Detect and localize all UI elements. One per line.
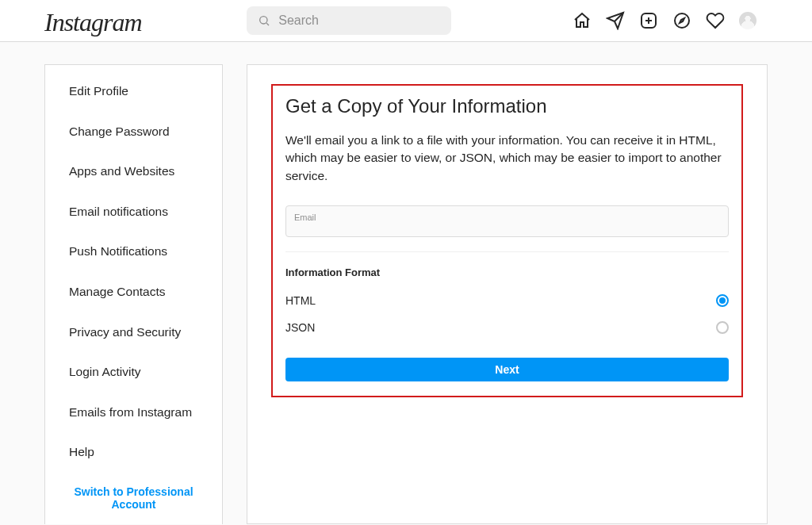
radio-json[interactable] [716, 321, 729, 334]
top-navbar: Instagram [0, 0, 812, 42]
email-input[interactable]: Email [285, 205, 729, 237]
svg-point-0 [260, 17, 267, 24]
search-icon [258, 14, 270, 27]
profile-avatar[interactable] [739, 12, 756, 29]
format-option-html[interactable]: HTML [285, 289, 729, 312]
format-option-json[interactable]: JSON [285, 316, 729, 339]
format-option-json-label: JSON [285, 321, 315, 334]
download-data-section: Get a Copy of Your Information We'll ema… [271, 84, 743, 397]
sidebar-item-login-activity[interactable]: Login Activity [45, 352, 222, 393]
svg-line-1 [266, 23, 269, 25]
page-description: We'll email you a link to a file with yo… [285, 132, 729, 185]
sidebar-item-manage-contacts[interactable]: Manage Contacts [45, 272, 222, 312]
home-icon[interactable] [573, 11, 592, 30]
divider [285, 251, 729, 252]
radio-html[interactable] [716, 294, 729, 307]
settings-sidebar: Edit Profile Change Password Apps and We… [44, 64, 223, 524]
instagram-logo[interactable]: Instagram [44, 8, 142, 37]
sidebar-item-email-notifications[interactable]: Email notifications [45, 192, 222, 232]
settings-main-panel: Get a Copy of Your Information We'll ema… [247, 64, 768, 524]
sidebar-item-apps-websites[interactable]: Apps and Websites [45, 151, 222, 192]
switch-professional-link[interactable]: Switch to Professional Account [45, 473, 222, 523]
sidebar-item-push-notifications[interactable]: Push Notifications [45, 232, 222, 272]
email-label: Email [294, 213, 720, 222]
page-title: Get a Copy of Your Information [285, 95, 729, 117]
new-post-icon[interactable] [639, 11, 658, 30]
messenger-icon[interactable] [606, 11, 625, 30]
svg-point-5 [675, 13, 689, 28]
sidebar-item-change-password[interactable]: Change Password [45, 112, 222, 152]
sidebar-item-help[interactable]: Help [45, 432, 222, 473]
svg-marker-6 [680, 18, 684, 23]
format-option-html-label: HTML [285, 294, 316, 307]
search-input[interactable] [247, 6, 451, 35]
activity-heart-icon[interactable] [706, 11, 725, 30]
next-button[interactable]: Next [285, 358, 729, 381]
explore-icon[interactable] [672, 11, 691, 30]
sidebar-item-emails-from-instagram[interactable]: Emails from Instagram [45, 393, 222, 433]
sidebar-item-edit-profile[interactable]: Edit Profile [45, 71, 222, 112]
sidebar-item-privacy-security[interactable]: Privacy and Security [45, 312, 222, 353]
nav-icons [573, 11, 756, 30]
format-heading: Information Format [285, 266, 729, 278]
